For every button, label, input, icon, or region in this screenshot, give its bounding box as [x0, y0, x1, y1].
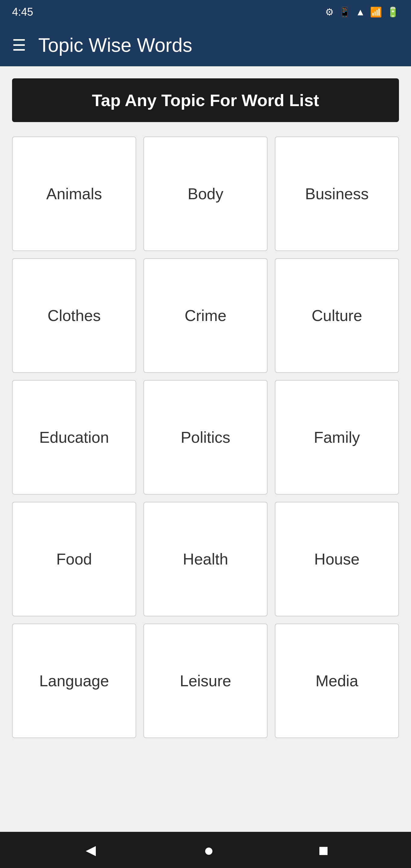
topic-label-politics: Politics	[181, 428, 230, 446]
topic-item-clothes[interactable]: Clothes	[12, 258, 136, 373]
main-content: Tap Any Topic For Word List AnimalsBodyB…	[0, 66, 411, 832]
topic-item-family[interactable]: Family	[275, 380, 399, 495]
status-bar: 4:45 ⚙ 📱 ▲ 📶 🔋	[0, 0, 411, 24]
topic-label-family: Family	[314, 428, 360, 446]
wifi-icon: ▲	[355, 7, 365, 18]
status-time: 4:45	[12, 6, 33, 19]
topic-item-language[interactable]: Language	[12, 624, 136, 738]
status-right: ⚙ 📱 ▲ 📶 🔋	[325, 6, 399, 18]
topic-label-language: Language	[39, 672, 109, 690]
topic-label-media: Media	[315, 672, 358, 690]
app-title: Topic Wise Words	[38, 34, 192, 56]
topic-item-house[interactable]: House	[275, 502, 399, 616]
recents-button[interactable]: ■	[318, 840, 329, 860]
topic-item-leisure[interactable]: Leisure	[144, 624, 267, 738]
topic-label-body: Body	[188, 185, 224, 203]
settings-icon: ⚙	[325, 6, 334, 18]
back-button[interactable]: ◄	[82, 840, 99, 860]
sim-icon: 📱	[339, 6, 351, 18]
topic-item-animals[interactable]: Animals	[12, 136, 136, 251]
topic-item-body[interactable]: Body	[144, 136, 267, 251]
topic-item-culture[interactable]: Culture	[275, 258, 399, 373]
topic-label-clothes: Clothes	[48, 307, 101, 324]
home-button[interactable]: ●	[204, 840, 214, 860]
topic-label-leisure: Leisure	[180, 672, 231, 690]
topic-item-politics[interactable]: Politics	[144, 380, 267, 495]
banner: Tap Any Topic For Word List	[12, 79, 399, 122]
topic-label-culture: Culture	[312, 307, 362, 324]
nav-bar: ◄ ● ■	[0, 832, 411, 868]
topic-item-business[interactable]: Business	[275, 136, 399, 251]
topic-label-education: Education	[39, 428, 109, 446]
topic-item-health[interactable]: Health	[144, 502, 267, 616]
topic-label-food: Food	[56, 550, 92, 568]
signal-icon: 📶	[370, 6, 382, 18]
topic-item-crime[interactable]: Crime	[144, 258, 267, 373]
topic-item-education[interactable]: Education	[12, 380, 136, 495]
topics-grid: AnimalsBodyBusinessClothesCrimeCultureEd…	[12, 136, 399, 738]
topic-label-crime: Crime	[185, 307, 227, 324]
app-bar: ☰ Topic Wise Words	[0, 24, 411, 66]
topic-item-media[interactable]: Media	[275, 624, 399, 738]
menu-icon[interactable]: ☰	[12, 36, 26, 54]
topic-label-house: House	[314, 550, 359, 568]
topic-label-health: Health	[183, 550, 228, 568]
topic-item-food[interactable]: Food	[12, 502, 136, 616]
topic-label-animals: Animals	[46, 185, 102, 203]
status-left: 4:45	[12, 6, 33, 19]
battery-icon: 🔋	[387, 6, 399, 18]
topic-label-business: Business	[305, 185, 369, 203]
